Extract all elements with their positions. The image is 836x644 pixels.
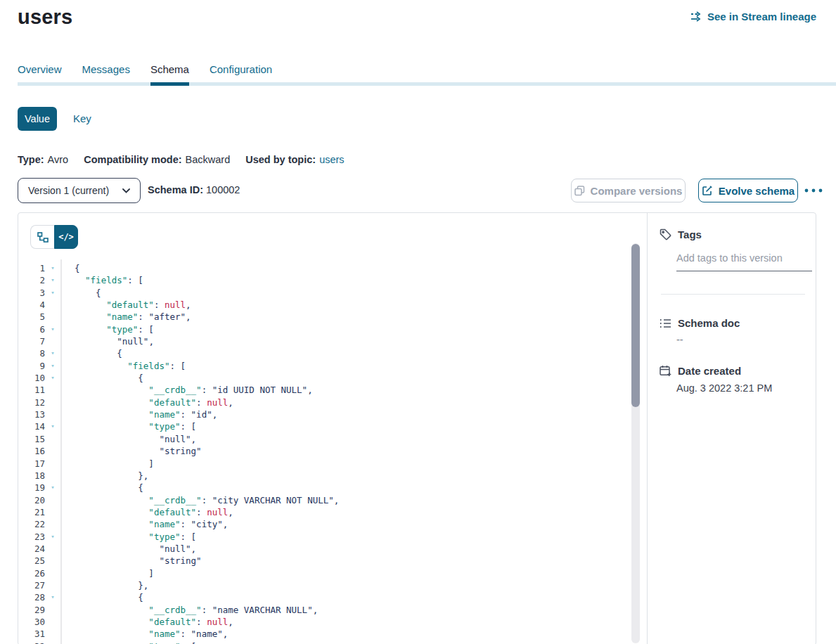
code-line-row: 20 "__crdb__": "city VARCHAR NOT NULL", [18, 494, 630, 506]
editor-scrollbar-track[interactable] [631, 243, 640, 643]
evolve-schema-button[interactable]: Evolve schema [698, 179, 798, 202]
line-number: 22 [18, 518, 45, 530]
line-number: 11 [18, 384, 45, 396]
line-number: 29 [18, 604, 45, 616]
calendar-plus-icon [660, 365, 671, 377]
line-number: 14 [18, 420, 45, 432]
line-number: 5 [18, 311, 45, 323]
line-number: 27 [18, 579, 45, 591]
fold-arrow-icon[interactable]: ▾ [45, 287, 60, 299]
code-line-row: 13 "name": "id", [18, 408, 630, 420]
code-line-text: ] [60, 458, 154, 470]
version-select[interactable]: Version 1 (current) [18, 178, 141, 203]
fold-spacer [45, 458, 60, 470]
schema-sidebar: Tags Schema doc -- [648, 213, 816, 644]
code-line-text: "default": null, [60, 506, 233, 518]
code-line-row: 23▾ "type": [ [18, 531, 630, 543]
code-line-text: "string" [60, 445, 202, 457]
code-line-text: { [60, 591, 143, 603]
code-line-row: 22 "name": "city", [18, 518, 630, 530]
code-line-text: { [60, 372, 143, 384]
fold-spacer [45, 311, 60, 323]
code-area: 1▾{2▾ "fields": [3▾ {4 "default": null,5… [18, 262, 630, 644]
line-number: 17 [18, 458, 45, 470]
date-created-header: Date created [660, 365, 741, 377]
fold-arrow-icon[interactable]: ▾ [45, 591, 60, 603]
key-tab-button[interactable]: Key [73, 112, 91, 124]
line-number: 16 [18, 445, 45, 457]
code-line-row: 29 "__crdb__": "name VARCHAR NULL", [18, 604, 630, 616]
code-line-row: 2▾ "fields": [ [18, 274, 630, 286]
more-options-button[interactable] [803, 183, 824, 198]
add-tags-input[interactable] [676, 250, 812, 271]
code-line-row: 6▾ "type": [ [18, 323, 630, 335]
value-tab-button[interactable]: Value [18, 107, 57, 131]
line-number: 23 [18, 531, 45, 543]
code-line-text: ] [60, 567, 154, 579]
code-line-text: "name": "id", [60, 408, 217, 420]
schema-page: users See in Stream lineage OverviewMess… [0, 0, 836, 644]
line-number: 24 [18, 543, 45, 555]
fold-arrow-icon[interactable]: ▾ [45, 323, 60, 335]
code-line-row: 26 ] [18, 567, 630, 579]
fold-spacer [45, 335, 60, 347]
code-view-button[interactable]: </> [54, 225, 78, 249]
list-icon [660, 318, 671, 328]
fold-arrow-icon[interactable]: ▾ [45, 372, 60, 384]
code-line-row: 30 "default": null, [18, 616, 630, 628]
line-number: 9 [18, 360, 45, 372]
schema-panel: </> 1▾{2▾ "fields": [3▾ {4 "default": nu… [18, 212, 816, 644]
code-line-row: 8▾ { [18, 347, 630, 359]
code-line-text: "name": "city", [60, 518, 228, 530]
line-number: 20 [18, 494, 45, 506]
stream-lineage-icon [690, 11, 702, 22]
code-line-text: "fields": [ [60, 274, 143, 286]
code-line-text: "__crdb__": "id UUID NOT NULL", [60, 384, 313, 396]
compare-versions-button[interactable]: Compare versions [571, 179, 686, 202]
sidebar-divider [661, 294, 805, 295]
meta-pair: Used by topic:users [245, 154, 344, 165]
code-line-row: 21 "default": null, [18, 506, 630, 518]
fold-arrow-icon[interactable]: ▾ [45, 420, 60, 432]
code-line-text: "default": null, [60, 299, 191, 311]
code-line-row: 18 }, [18, 470, 630, 482]
code-line-text: { [60, 262, 80, 274]
fold-arrow-icon[interactable]: ▾ [45, 274, 60, 286]
code-line-text: "string" [60, 555, 202, 567]
editor-view-toggle: </> [30, 225, 78, 249]
code-line-row: 17 ] [18, 458, 630, 470]
tree-view-button[interactable] [30, 225, 54, 249]
fold-spacer [45, 518, 60, 530]
line-number: 28 [18, 591, 45, 603]
fold-arrow-icon[interactable]: ▾ [45, 360, 60, 372]
fold-arrow-icon[interactable]: ▾ [45, 531, 60, 543]
fold-arrow-icon[interactable]: ▾ [45, 640, 60, 644]
line-number: 8 [18, 347, 45, 359]
code-line-text: "null", [60, 433, 196, 445]
line-number: 12 [18, 397, 45, 408]
code-line-text: "name": "after", [60, 311, 191, 323]
fold-spacer [45, 397, 60, 408]
editor-scrollbar-thumb[interactable] [631, 244, 640, 407]
page-title: users [18, 6, 72, 29]
meta-pair: Type:Avro [18, 154, 68, 165]
fold-spacer [45, 384, 60, 396]
fold-arrow-icon[interactable]: ▾ [45, 347, 60, 359]
code-line-text: "type": [ [60, 323, 154, 335]
fold-arrow-icon[interactable]: ▾ [45, 482, 60, 494]
stream-lineage-link[interactable]: See in Stream lineage [690, 11, 816, 22]
fold-spacer [45, 494, 60, 506]
line-number: 10 [18, 372, 45, 384]
tab-schema[interactable]: Schema [150, 63, 189, 86]
topic-link[interactable]: users [319, 154, 344, 165]
line-number: 4 [18, 299, 45, 311]
code-line-text: { [60, 287, 101, 299]
code-line-text: "name": "name", [60, 628, 228, 640]
line-number: 3 [18, 287, 45, 299]
code-line-row: 11 "__crdb__": "id UUID NOT NULL", [18, 384, 630, 396]
edit-icon [702, 185, 713, 196]
meta-label: Compatibility mode: [84, 154, 181, 165]
code-line-text: "type": [ [60, 420, 196, 432]
fold-arrow-icon[interactable]: ▾ [45, 262, 60, 274]
line-number: 15 [18, 433, 45, 445]
